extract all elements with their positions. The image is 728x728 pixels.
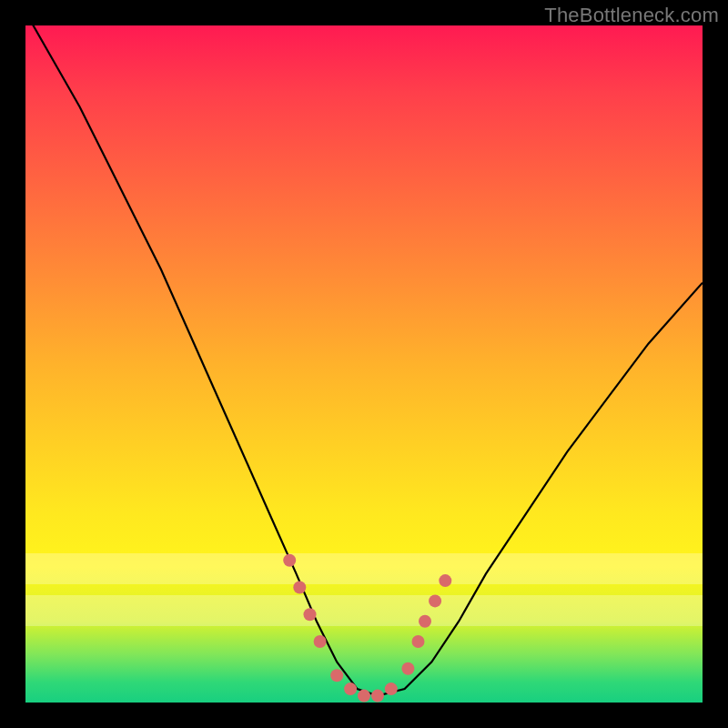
watermark-text: TheBottleneck.com	[544, 4, 719, 27]
highlight-points	[283, 554, 451, 703]
curve-layer	[25, 25, 703, 703]
marker-dot	[358, 690, 370, 703]
marker-dot	[344, 682, 357, 695]
plot-area	[25, 25, 703, 703]
marker-dot	[419, 615, 431, 628]
marker-dot	[330, 669, 343, 682]
marker-dot	[401, 662, 414, 675]
marker-dot	[283, 554, 296, 567]
marker-dot	[439, 574, 451, 587]
marker-dot	[412, 635, 425, 648]
marker-dot	[314, 635, 327, 648]
bottleneck-curve	[25, 25, 703, 696]
marker-dot	[293, 581, 306, 594]
chart-frame: TheBottleneck.com	[0, 0, 728, 728]
marker-dot	[429, 594, 441, 607]
marker-dot	[385, 682, 398, 695]
marker-dot	[304, 608, 317, 621]
marker-dot	[371, 690, 384, 703]
